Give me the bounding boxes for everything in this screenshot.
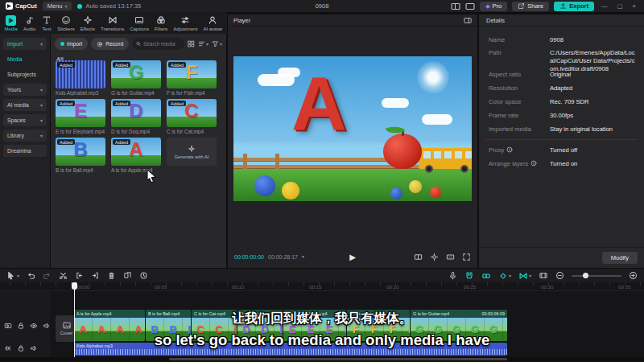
media-thumbnail[interactable]: D Added: [111, 99, 161, 127]
aspect-ratio-icon[interactable]: [446, 253, 455, 261]
menu-button[interactable]: Menu▾: [43, 2, 72, 10]
tab-adjustment[interactable]: Adjustment: [173, 15, 197, 31]
details-panel: Details Name0908 PathC:/Users/Emenes/App…: [479, 14, 644, 268]
auto-transition-button[interactable]: ▾: [518, 271, 531, 281]
info-icon[interactable]: [530, 160, 537, 167]
tab-filters[interactable]: Filters: [155, 15, 167, 31]
record-button[interactable]: Record: [91, 38, 129, 50]
capcut-logo-icon: [6, 2, 13, 10]
sidenav-item-ai-media[interactable]: AI media▾: [3, 99, 47, 111]
close-button[interactable]: ×: [630, 2, 638, 10]
media-thumbnail[interactable]: F Added: [167, 60, 217, 88]
duration-dropdown[interactable]: ▾: [302, 254, 304, 259]
sticker-icon: [61, 15, 72, 26]
sidenav-item-spaces[interactable]: Spaces▾: [3, 114, 47, 126]
sidenav-item-library[interactable]: Library▾: [3, 130, 47, 142]
mouse-cursor: [145, 169, 158, 183]
media-thumbnail[interactable]: A Added: [111, 138, 161, 166]
tab-audio[interactable]: Audio: [23, 15, 35, 31]
player-controls: 00:00:00:00 00:00:28:17 ▾ ▶: [228, 250, 477, 263]
timeline-toolbar: ▾ ▾ ▾: [0, 269, 644, 282]
panel-layout-icon[interactable]: [464, 17, 472, 24]
generate-with-ai-button[interactable]: Generate with AI: [167, 138, 217, 166]
share-button[interactable]: Share: [512, 2, 549, 11]
maximize-button[interactable]: ▢: [615, 2, 625, 10]
letter-a-graphic: A: [291, 56, 347, 152]
search-input[interactable]: [143, 41, 180, 47]
delete-icon[interactable]: [107, 271, 116, 280]
slider-knob[interactable]: [583, 273, 588, 278]
ball-graphic: [409, 180, 422, 193]
layout-expand-icon[interactable]: [465, 2, 475, 10]
import-button[interactable]: Import: [55, 38, 88, 50]
media-thumbnail[interactable]: B Added: [56, 138, 105, 166]
trim-right-icon[interactable]: [91, 271, 100, 280]
split-icon[interactable]: [59, 271, 68, 280]
player-panel: Player A 00:0: [228, 14, 477, 268]
modify-button[interactable]: Modify: [602, 252, 638, 264]
tab-media[interactable]: Media: [5, 15, 18, 31]
snapping-magnet-icon[interactable]: [464, 271, 474, 281]
timeline-ruler[interactable]: 00:00 00:05 00:10 00:15 00:20 00:25 00:3…: [0, 282, 644, 291]
detail-name-value: 0908: [550, 36, 638, 44]
title-bar: CapCut Menu▾ Auto saved 13:17:35 0908 ◆ …: [0, 0, 644, 12]
redo-icon[interactable]: [43, 271, 52, 280]
media-thumbnail-audio[interactable]: Added: [56, 60, 105, 88]
tab-stickers[interactable]: Stickers: [57, 15, 74, 31]
ai-sparkle-icon: [188, 145, 196, 153]
preview-axis-icon[interactable]: [539, 271, 548, 280]
trim-left-icon[interactable]: [75, 271, 84, 280]
zoom-in-icon[interactable]: [629, 271, 638, 280]
sidenav-item-import[interactable]: Import▾: [3, 38, 47, 50]
chevron-down-icon: ▾: [40, 118, 43, 123]
media-item: C Added C is for Cat.mp4: [167, 99, 217, 134]
tab-effects[interactable]: Effects: [80, 15, 95, 31]
timeline-zoom-slider[interactable]: [572, 275, 621, 277]
preview-quality-icon[interactable]: [414, 253, 423, 261]
freeze-frame-icon[interactable]: [139, 271, 148, 280]
export-button[interactable]: Export: [554, 2, 594, 11]
sidenav-item-yours[interactable]: Yours▾: [3, 84, 47, 96]
tab-ai-avatar[interactable]: AI avatar: [203, 15, 222, 31]
keyframe-button[interactable]: ▾: [498, 271, 511, 281]
preview-video[interactable]: A: [233, 56, 472, 201]
player-title: Player: [233, 17, 250, 24]
subtitle-english: so let's go back to media and only media…: [0, 331, 644, 349]
added-badge: Added: [113, 62, 130, 68]
filter-type-button[interactable]: ▾: [212, 40, 222, 47]
sidenav-item-media[interactable]: Media: [3, 53, 47, 65]
sidenav-item-dreamina[interactable]: Dreamina: [3, 145, 47, 157]
timeline-horizontal-scrollbar[interactable]: [169, 358, 507, 360]
sidenav-item-subprojects[interactable]: Subprojects: [3, 68, 47, 80]
info-icon[interactable]: [506, 146, 513, 153]
pro-button[interactable]: ◆ Pro: [480, 2, 507, 11]
media-icon: [6, 15, 16, 26]
captions-icon: [134, 15, 145, 26]
ball-graphic: [430, 187, 441, 198]
added-badge: Added: [57, 62, 75, 68]
minimize-button[interactable]: —: [599, 2, 610, 10]
media-item: G Added G is for Guitar.mp4: [111, 60, 161, 96]
tab-transitions[interactable]: Transitions: [101, 15, 124, 31]
mirror-icon[interactable]: [123, 271, 132, 280]
media-thumbnail[interactable]: E Added: [56, 99, 105, 127]
undo-icon[interactable]: [27, 271, 35, 280]
media-thumbnail[interactable]: G Added: [111, 60, 161, 88]
focus-icon[interactable]: [430, 253, 439, 261]
zoom-out-icon[interactable]: [555, 271, 564, 280]
search-box[interactable]: [132, 38, 184, 50]
layout-toggle-icon[interactable]: [451, 2, 460, 10]
sort-button[interactable]: ▾: [198, 40, 208, 47]
added-badge: Added: [57, 101, 75, 106]
fullscreen-icon[interactable]: [462, 253, 471, 261]
ball-graphic: [282, 182, 299, 200]
adjustment-icon: [180, 15, 191, 26]
select-tool-button[interactable]: ▾: [6, 271, 19, 280]
autosave-dot-icon: [77, 4, 82, 9]
view-mode-button[interactable]: [188, 40, 195, 47]
tab-captions[interactable]: Captions: [130, 15, 149, 31]
tab-text[interactable]: Text: [41, 15, 52, 31]
media-thumbnail[interactable]: C Added: [167, 99, 217, 127]
voiceover-mic-icon[interactable]: [448, 271, 457, 280]
auto-linking-icon[interactable]: [481, 271, 491, 281]
